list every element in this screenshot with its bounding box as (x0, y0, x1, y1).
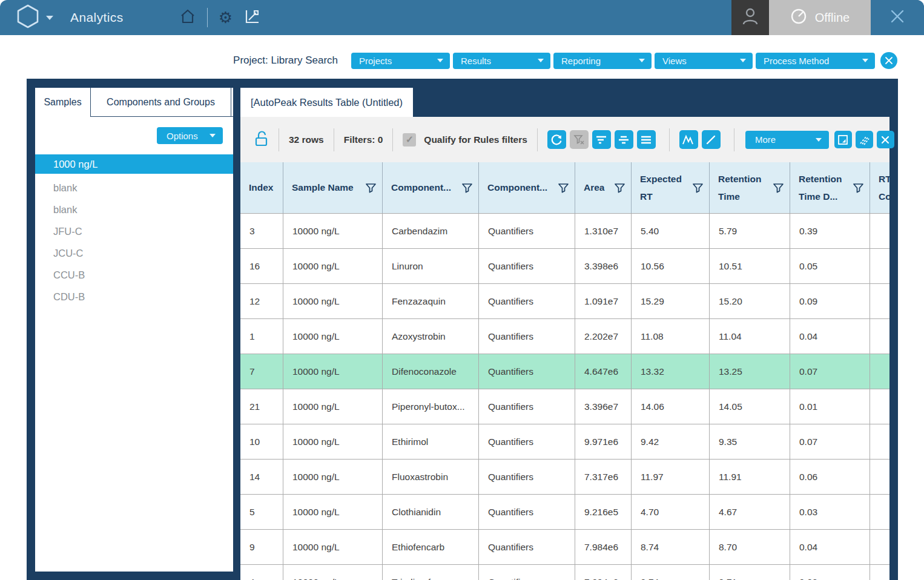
cell[interactable]: 13.25 (710, 354, 790, 389)
sample-list-item[interactable]: JFU-C (35, 220, 233, 242)
cell[interactable]: 10000 ng/L (283, 214, 383, 248)
cell[interactable]: 7 (240, 354, 283, 389)
show-peaks-button[interactable] (679, 130, 698, 149)
cell[interactable]: 0.74 (632, 565, 710, 580)
cell[interactable]: 4 (240, 565, 283, 580)
cell[interactable]: Quantifiers (479, 389, 575, 424)
sample-list-item[interactable]: blank (35, 199, 233, 220)
column-header-0[interactable]: Index (240, 162, 283, 213)
cell[interactable]: 7.094e6 (575, 565, 632, 580)
sample-list-item[interactable]: blank (35, 177, 233, 199)
close-pane-button[interactable] (877, 131, 894, 148)
cell[interactable]: 10000 ng/L (283, 249, 383, 283)
filter-rows-button[interactable] (592, 130, 611, 149)
cell[interactable]: 2.202e7 (575, 319, 632, 354)
cell[interactable] (870, 319, 889, 354)
table-row[interactable]: 1610000 ng/LLinuronQuantifiers3.398e610.… (240, 249, 889, 284)
project-menu-process-method[interactable]: Process Method (756, 53, 875, 69)
cell[interactable]: 15.20 (710, 284, 790, 318)
cell[interactable]: 0.04 (790, 530, 870, 564)
cell[interactable]: 10000 ng/L (283, 354, 383, 389)
cell[interactable]: Clothianidin (383, 495, 479, 529)
tab-autopeak-results-table[interactable]: [AutoPeak Results Table (Untitled) (240, 88, 413, 117)
cell[interactable]: Quantifiers (479, 319, 575, 354)
cell[interactable]: 10000 ng/L (283, 565, 383, 580)
cell[interactable]: 0.05 (790, 249, 870, 283)
gear-icon[interactable]: ⚙ (219, 10, 233, 25)
cell[interactable]: 11.91 (710, 460, 790, 494)
cell[interactable]: 10000 ng/L (283, 424, 383, 459)
tab-samples[interactable]: Samples (35, 88, 91, 117)
column-header-6[interactable]: Retention Time (710, 162, 790, 213)
cell[interactable]: Quantifiers (479, 424, 575, 459)
project-menu-reporting[interactable]: Reporting (553, 53, 652, 69)
cell[interactable]: Linuron (383, 249, 479, 283)
cell[interactable]: 0.07 (790, 424, 870, 459)
cell[interactable]: 0.07 (790, 354, 870, 389)
cell[interactable]: 11.08 (632, 319, 710, 354)
cell[interactable]: 9.42 (632, 424, 710, 459)
cell[interactable]: Quantifiers (479, 284, 575, 318)
workspace-close-button[interactable] (880, 52, 897, 69)
filter-funnel-icon[interactable] (852, 182, 865, 194)
cell[interactable]: 12 (240, 284, 283, 318)
cell[interactable]: Azoxystrobin (383, 319, 479, 354)
cell[interactable]: Quantifiers (479, 214, 575, 248)
cell[interactable]: Quantifiers (479, 495, 575, 529)
cell[interactable]: 5 (240, 495, 283, 529)
cell[interactable]: 10000 ng/L (283, 284, 383, 318)
cell[interactable]: Triadimefon (383, 565, 479, 580)
cell[interactable] (870, 214, 889, 248)
cell[interactable]: 16 (240, 249, 283, 283)
qualify-rules-checkbox[interactable]: ✓ (403, 133, 416, 147)
cell[interactable]: Quantifiers (479, 565, 575, 580)
cell[interactable]: 15.29 (632, 284, 710, 318)
table-row[interactable]: 510000 ng/LClothianidinQuantifiers9.216e… (240, 495, 889, 530)
cell[interactable]: 0.03 (790, 495, 870, 529)
cell[interactable]: 10 (240, 424, 283, 459)
filter-funnel-icon[interactable] (461, 182, 474, 194)
cell[interactable] (870, 249, 889, 283)
cell[interactable]: Quantifiers (479, 460, 575, 494)
cell[interactable]: 8.74 (632, 530, 710, 564)
column-header-1[interactable]: Sample Name (283, 162, 383, 213)
project-menu-projects[interactable]: Projects (351, 53, 450, 69)
cell[interactable]: 10.56 (632, 249, 710, 283)
sample-list-item[interactable]: CDU-B (35, 286, 233, 308)
cell[interactable]: 10000 ng/L (283, 319, 383, 354)
more-dropdown-button[interactable]: More (745, 131, 829, 149)
cell[interactable]: Carbendazim (383, 214, 479, 248)
cell[interactable]: 9.35 (710, 424, 790, 459)
cell[interactable]: 7.984e6 (575, 530, 632, 564)
user-account-button[interactable] (731, 0, 769, 35)
table-row[interactable]: 1010000 ng/LEthirimolQuantifiers9.971e69… (240, 424, 889, 460)
filter-funnel-icon[interactable] (772, 182, 785, 194)
cell[interactable]: 9 (240, 530, 283, 564)
cell[interactable]: 4.70 (632, 495, 710, 529)
overlay-traces-button[interactable] (856, 131, 873, 148)
cell[interactable]: 0.39 (790, 214, 870, 248)
cell[interactable]: 5.79 (710, 214, 790, 248)
column-header-3[interactable]: Component... (479, 162, 575, 213)
align-rows-button[interactable] (615, 130, 633, 149)
cell[interactable]: Quantifiers (479, 249, 575, 283)
cell[interactable] (870, 460, 889, 494)
cell[interactable] (870, 530, 889, 564)
cell[interactable]: 9.216e5 (575, 495, 632, 529)
cell[interactable]: 10.51 (710, 249, 790, 283)
cell[interactable] (870, 565, 889, 580)
filter-funnel-icon[interactable] (613, 182, 626, 194)
cell[interactable]: 3 (240, 214, 283, 248)
refresh-button[interactable] (547, 130, 566, 149)
cell[interactable]: Quantifiers (479, 354, 575, 389)
cell[interactable]: Difenoconazole (383, 354, 479, 389)
table-row[interactable]: 2110000 ng/LPiperonyl-butox...Quantifier… (240, 389, 889, 424)
filter-funnel-icon[interactable] (691, 182, 704, 194)
sample-list-item[interactable]: JCU-C (35, 242, 233, 264)
cell[interactable]: 0.06 (790, 460, 870, 494)
cell[interactable]: 0.71 (710, 565, 790, 580)
cell[interactable]: 21 (240, 389, 283, 424)
cell[interactable]: 1 (240, 319, 283, 354)
cell[interactable]: Ethiofencarb (383, 530, 479, 564)
cell[interactable]: 0.03 (790, 565, 870, 580)
